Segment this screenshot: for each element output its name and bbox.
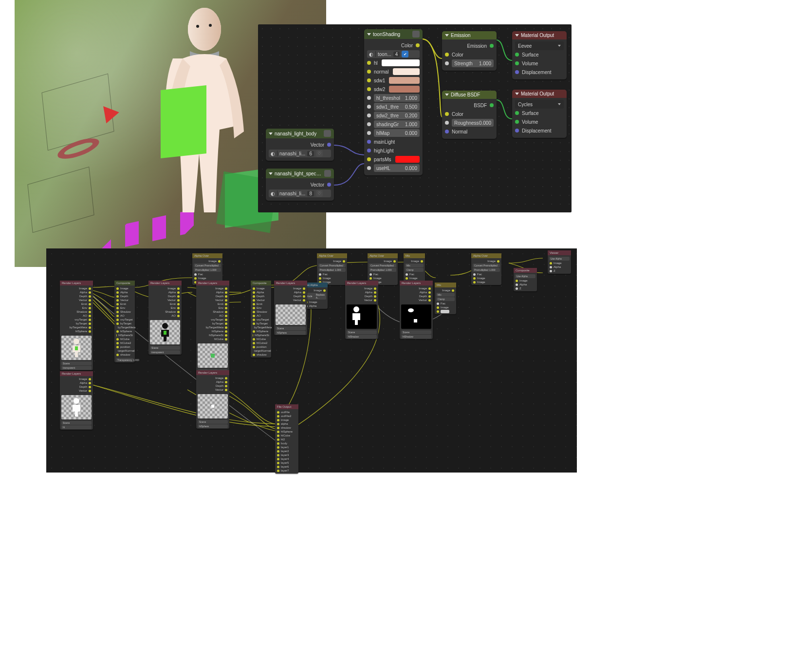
color-swatch[interactable]	[441, 310, 449, 313]
node-alpha-over-2[interactable]: Alpha Over Image Convert Premultiplied P…	[317, 253, 347, 285]
socket-value[interactable]	[367, 166, 371, 170]
socket-shader[interactable]	[515, 120, 519, 124]
node-viewer[interactable]: Viewer Use Alpha Image Alpha Z	[548, 250, 571, 274]
user-count[interactable]: 4	[393, 52, 400, 57]
set-alpha-mode[interactable]: ModeReplace A...	[305, 293, 326, 300]
socket-color[interactable]	[445, 53, 449, 57]
socket-vector[interactable]	[327, 143, 331, 147]
layer-dropdown[interactable]: hlShadow	[401, 335, 431, 339]
node-render-layers-1[interactable]: Render Layers ImageAlphaDepthVectorEmitE…	[60, 281, 93, 370]
socket-color[interactable]	[445, 112, 449, 116]
use-alpha-toggle[interactable]: Use Alpha	[549, 257, 570, 261]
node-header[interactable]: Alpha Over	[317, 253, 347, 258]
file-output-slot[interactable]: shadow	[275, 426, 298, 430]
render-target-dropdown[interactable]: Eevee	[515, 41, 564, 50]
socket-vector[interactable]	[445, 130, 449, 133]
node-render-layers-7[interactable]: Render Layers ImageAlphaDepthVector Scen…	[345, 281, 378, 339]
fake-user-icon[interactable]	[316, 150, 323, 157]
datablock-selector[interactable]: ◐ nanashi_li... 6	[269, 150, 331, 157]
node-emission[interactable]: Emission Emission Color Strength1.000	[442, 31, 497, 71]
file-output-slot[interactable]: layer2	[275, 449, 298, 453]
node-header[interactable]: Mix	[404, 253, 425, 258]
user-count[interactable]: 8	[307, 191, 314, 196]
node-header[interactable]: Alpha Over	[192, 253, 222, 258]
layer-dropdown[interactable]: transparent	[150, 350, 180, 354]
scene-dropdown[interactable]: Scene	[276, 326, 306, 330]
socket-color[interactable]	[367, 157, 371, 161]
socket-vector[interactable]	[327, 183, 331, 187]
file-output-slot[interactable]: layer6	[275, 465, 298, 469]
file-output-slot[interactable]: layer4	[275, 457, 298, 461]
sdw2-swatch[interactable]	[389, 86, 420, 93]
sdw2-threshold-slider[interactable]: sdw2_thre0.200	[374, 112, 420, 119]
socket-value[interactable]	[367, 96, 371, 100]
blend-mode[interactable]: Mix	[405, 264, 424, 267]
layer-dropdown[interactable]: hlShadow	[347, 335, 377, 339]
socket-color[interactable]	[416, 43, 420, 47]
socket-value[interactable]	[367, 122, 371, 126]
node-header[interactable]: nanashi_light_body	[266, 129, 334, 138]
socket-shader[interactable]	[515, 111, 519, 115]
scene-dropdown[interactable]: Scene	[61, 421, 92, 425]
file-output-slot[interactable]: hlCube	[275, 434, 298, 437]
file-output-slot[interactable]: hl2	[275, 437, 298, 441]
socket-shader[interactable]	[515, 53, 519, 57]
file-output-slot[interactable]: outFile	[275, 410, 298, 414]
compositor-node-editor[interactable]: Alpha Over Image Convert Premultiplied P…	[46, 248, 577, 473]
file-output-slot[interactable]: hlSphere	[275, 430, 298, 434]
node-render-layers-8[interactable]: Render Layers ImageAlphaDepthVector Scen…	[400, 281, 433, 339]
scene-dropdown[interactable]: Scene	[347, 330, 377, 334]
user-count[interactable]: 6	[307, 151, 314, 156]
hl-swatch[interactable]	[382, 59, 420, 66]
socket-color[interactable]	[367, 70, 371, 74]
node-header[interactable]: Material Output	[512, 31, 567, 39]
socket-vector[interactable]	[367, 149, 371, 152]
socket-color[interactable]	[367, 78, 371, 82]
node-group-icon[interactable]	[324, 170, 331, 177]
node-header[interactable]: Alpha Over	[368, 253, 398, 258]
usehl-slider[interactable]: useHL0.000	[374, 164, 420, 172]
node-header[interactable]: Alpha Over	[471, 253, 501, 258]
shader-node-editor[interactable]: nanashi_light_body Vector ◐ nanashi_li..…	[258, 24, 572, 212]
socket-value[interactable]	[445, 61, 449, 65]
file-output-slot[interactable]: image	[275, 418, 298, 422]
socket-color[interactable]	[367, 61, 371, 65]
hlmap-slider[interactable]: hlMap0.000	[374, 129, 420, 137]
node-group-icon[interactable]	[412, 31, 420, 38]
partsms-swatch[interactable]	[395, 156, 420, 163]
node-alpha-over-4[interactable]: Alpha Over Image Convert Premultiplied P…	[471, 253, 501, 285]
file-output-slot[interactable]: layer3	[275, 453, 298, 457]
fake-user-shield-icon[interactable]	[402, 51, 408, 57]
fake-user-icon[interactable]	[316, 190, 323, 197]
socket-value[interactable]	[367, 105, 371, 109]
use-alpha-toggle[interactable]: Use Alpha	[515, 274, 535, 278]
node-group-light-specular[interactable]: nanashi_light_specular Vector ◐ nanashi_…	[266, 169, 334, 201]
file-output-slot[interactable]: layer1	[275, 445, 298, 449]
scene-dropdown[interactable]: Scene	[150, 346, 180, 350]
socket-vector[interactable]	[367, 140, 371, 144]
file-output-slot[interactable]: alpha	[275, 422, 298, 426]
node-group-toon-shading[interactable]: toonShading Color ◐ toon... 4 hl normal …	[364, 29, 423, 175]
node-render-layers-6[interactable]: Render Layers ImageAlphaDepthVector Scen…	[274, 281, 307, 335]
layer-dropdown[interactable]: hlSphere	[276, 331, 306, 335]
node-render-layers-5[interactable]: Render Layers ImageAlphaDepthVector Scen…	[196, 370, 229, 429]
socket-value[interactable]	[445, 121, 449, 125]
render-target-dropdown[interactable]: Cycles	[515, 100, 564, 109]
transparency-slider[interactable]: Transparency1.000	[116, 358, 133, 362]
socket-value[interactable]	[367, 114, 371, 117]
node-material-output-eevee[interactable]: Material Output Eevee Surface Volume Dis…	[512, 31, 567, 79]
node-render-layers-4[interactable]: Render Layers ImageAlphaDepthVectorEmitE…	[196, 281, 229, 378]
node-composite-out[interactable]: Composite Use Alpha Image Alpha Z	[514, 268, 537, 291]
shading-grad-slider[interactable]: shadingGr1.000	[374, 120, 420, 128]
socket-shader[interactable]	[490, 44, 494, 48]
node-header[interactable]: nanashi_light_specular	[266, 169, 334, 178]
layer-dropdown[interactable]: hl	[61, 425, 92, 429]
premul-slider[interactable]: Premultiplied1.000	[194, 268, 221, 272]
clamp-toggle[interactable]: Clamp	[405, 268, 424, 272]
node-mix-2[interactable]: Mix Image Mix Clamp Fac Image	[435, 283, 456, 314]
sdw1-swatch[interactable]	[389, 77, 420, 84]
node-group-icon[interactable]	[324, 130, 331, 137]
scene-dropdown[interactable]: Scene	[401, 330, 431, 334]
socket-vector[interactable]	[515, 129, 519, 133]
node-group-light-body[interactable]: nanashi_light_body Vector ◐ nanashi_li..…	[266, 129, 334, 161]
